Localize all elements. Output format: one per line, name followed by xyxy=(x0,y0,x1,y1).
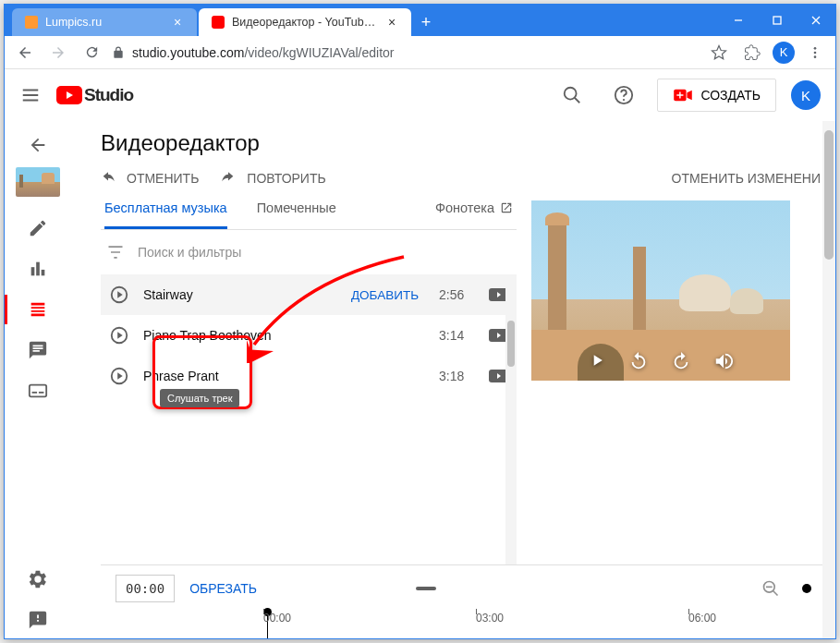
star-button[interactable] xyxy=(706,40,732,66)
music-panel: Бесплатная музыка Помеченные Фонотека По… xyxy=(101,200,517,564)
browser-window: Lumpics.ru × Видеоредактор - YouTube Stu… xyxy=(4,4,836,639)
svg-rect-14 xyxy=(42,270,45,275)
nav-back-button[interactable] xyxy=(12,40,38,66)
sidebar-details-icon[interactable] xyxy=(16,210,60,247)
address-bar: studio.youtube.com/video/kgWIUZIAVal/edi… xyxy=(5,36,835,69)
track-list: StairwayДОБАВИТЬ2:56Piano Trap Beethoven… xyxy=(101,274,517,564)
play-track-button[interactable] xyxy=(108,324,130,346)
favicon xyxy=(25,16,38,29)
url-host: studio.youtube.com/video/kgWIUZIAVal/edi… xyxy=(132,45,395,60)
window-controls xyxy=(719,5,835,36)
create-button[interactable]: СОЗДАТЬ xyxy=(657,79,776,112)
svg-rect-13 xyxy=(36,262,40,276)
zoom-slider-handle[interactable] xyxy=(802,584,811,593)
svg-rect-16 xyxy=(32,392,38,394)
track-row[interactable]: Piano Trap Beethoven3:14 xyxy=(101,315,517,356)
svg-rect-17 xyxy=(39,392,43,394)
timeline: 00:00 ОБРЕЗАТЬ 00:00 03:00 06:00 xyxy=(101,564,826,638)
tracklist-scrollbar[interactable] xyxy=(505,274,517,564)
trim-button[interactable]: ОБРЕЗАТЬ xyxy=(189,581,257,596)
svg-rect-1 xyxy=(773,17,781,24)
svg-rect-15 xyxy=(30,385,46,397)
help-button[interactable] xyxy=(605,77,642,114)
add-track-button[interactable]: ДОБАВИТЬ xyxy=(351,288,426,302)
favicon xyxy=(212,16,225,29)
preview-forward-icon[interactable] xyxy=(671,351,691,371)
page-title: Видеоредактор xyxy=(101,130,835,156)
timeline-ruler[interactable]: 00:00 03:00 06:00 xyxy=(189,612,811,634)
svg-point-6 xyxy=(814,55,817,58)
tab-close-icon[interactable]: × xyxy=(171,16,184,29)
undo-button[interactable]: ОТМЕНИТЬ xyxy=(101,171,199,186)
sidebar-analytics-icon[interactable] xyxy=(16,250,60,287)
sidebar-comments-icon[interactable] xyxy=(16,332,60,369)
ruler-mark: 06:00 xyxy=(688,612,716,625)
tab-starred[interactable]: Помеченные xyxy=(257,200,336,229)
track-row[interactable]: StairwayДОБАВИТЬ2:56 xyxy=(101,274,517,315)
sidebar-settings-icon[interactable] xyxy=(16,561,60,598)
account-avatar[interactable]: K xyxy=(791,80,821,110)
svg-line-8 xyxy=(575,98,580,103)
create-icon xyxy=(673,88,693,103)
track-duration: 3:18 xyxy=(439,369,476,383)
play-track-tooltip: Слушать трек xyxy=(160,389,239,407)
editor-split: Бесплатная музыка Помеченные Фонотека По… xyxy=(101,200,835,564)
preview-volume-icon[interactable] xyxy=(713,351,734,371)
browser-tab-inactive[interactable]: Lumpics.ru × xyxy=(12,8,197,36)
tab-free-music[interactable]: Бесплатная музыка xyxy=(104,200,227,229)
reload-button[interactable] xyxy=(79,40,104,66)
tab-library[interactable]: Фонотека xyxy=(435,200,513,229)
youtube-play-icon xyxy=(56,86,82,104)
new-tab-button[interactable]: + xyxy=(413,8,439,36)
ruler-mark: 03:00 xyxy=(476,612,504,625)
undo-redo-bar: ОТМЕНИТЬ ПОВТОРИТЬ ОТМЕНИТЬ ИЗМЕНЕНИ xyxy=(101,171,835,186)
main-scrollbar[interactable] xyxy=(822,121,835,638)
zoom-out-button[interactable] xyxy=(761,579,780,598)
video-thumbnail[interactable] xyxy=(16,167,60,197)
sidebar-subtitles-icon[interactable] xyxy=(16,372,60,409)
profile-avatar[interactable]: K xyxy=(773,42,795,64)
timeline-drag-handle[interactable] xyxy=(416,587,436,590)
nav-forward-button[interactable] xyxy=(45,40,71,66)
redo-button[interactable]: ПОВТОРИТЬ xyxy=(221,171,325,186)
tab-close-icon[interactable]: × xyxy=(385,16,398,29)
main-area: Видеоредактор ОТМЕНИТЬ ПОВТОРИТЬ ОТМЕНИТ… xyxy=(71,121,835,638)
hamburger-menu-button[interactable] xyxy=(19,84,42,106)
lock-icon xyxy=(112,46,125,59)
extensions-button[interactable] xyxy=(739,40,765,66)
sidebar-editor-icon[interactable] xyxy=(16,291,60,328)
browser-tab-active[interactable]: Видеоредактор - YouTube Studi × xyxy=(199,8,411,36)
undo-icon xyxy=(101,171,119,186)
preview-play-icon[interactable] xyxy=(588,351,606,371)
studio-logo[interactable]: Studio xyxy=(56,85,133,105)
maximize-button[interactable] xyxy=(758,5,797,36)
discard-changes-button[interactable]: ОТМЕНИТЬ ИЗМЕНЕНИ xyxy=(672,171,821,186)
preview-controls xyxy=(531,351,790,371)
search-button[interactable] xyxy=(554,77,590,114)
track-name: Phrase Prant xyxy=(143,369,426,383)
svg-point-5 xyxy=(814,51,817,54)
svg-line-22 xyxy=(773,591,777,596)
close-button[interactable] xyxy=(797,5,835,36)
title-bar: Lumpics.ru × Видеоредактор - YouTube Stu… xyxy=(5,5,835,36)
time-display[interactable]: 00:00 xyxy=(116,575,175,602)
back-button[interactable] xyxy=(19,127,56,164)
preview-rewind-icon[interactable] xyxy=(628,351,649,371)
track-duration: 3:14 xyxy=(439,328,476,343)
video-preview[interactable] xyxy=(531,200,790,381)
tab-title: Видеоредактор - YouTube Studi xyxy=(232,16,378,29)
kebab-menu-button[interactable] xyxy=(802,40,828,66)
sidebar-feedback-icon[interactable] xyxy=(16,601,60,638)
search-row[interactable]: Поиск и фильтры xyxy=(101,230,517,274)
editor-body: Видеоредактор ОТМЕНИТЬ ПОВТОРИТЬ ОТМЕНИТ… xyxy=(5,121,835,638)
play-track-button[interactable] xyxy=(108,284,130,306)
url-bar[interactable]: studio.youtube.com/video/kgWIUZIAVal/edi… xyxy=(112,45,699,60)
svg-point-4 xyxy=(814,47,817,50)
search-placeholder: Поиск и фильтры xyxy=(138,245,241,260)
svg-rect-12 xyxy=(31,267,35,275)
create-label: СОЗДАТЬ xyxy=(700,88,761,103)
filter-icon xyxy=(106,243,125,261)
minimize-button[interactable] xyxy=(719,5,758,36)
play-track-button[interactable] xyxy=(108,365,130,387)
external-link-icon xyxy=(500,201,513,214)
